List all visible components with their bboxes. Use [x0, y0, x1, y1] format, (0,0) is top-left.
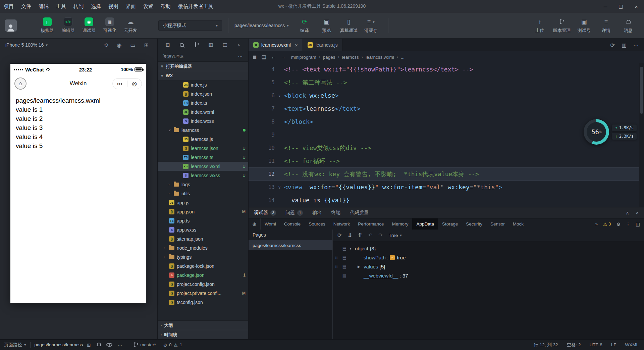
devtools-tab[interactable]: Security — [462, 218, 486, 230]
devtools-tab[interactable]: Sensor — [486, 218, 509, 230]
mode-select[interactable]: 小程序模式 ▾ — [158, 20, 222, 31]
outline-icon[interactable]: ▤ — [223, 42, 227, 48]
tree-mode-select[interactable]: Tree ▾ — [389, 233, 402, 238]
menu-item[interactable]: 文件 — [17, 3, 35, 10]
code-line[interactable]: 12<!-- 没有wx: key 会有警告, 不影响; *this代表value… — [249, 167, 644, 181]
copy-icon[interactable]: ⊞ — [87, 342, 91, 348]
file-tree-item[interactable]: {}learncss.jsonU — [158, 144, 248, 153]
editor-tab[interactable]: JSlearncss.js — [303, 39, 343, 51]
expand-all-icon[interactable]: ⇊ — [348, 232, 352, 238]
file-tree-item[interactable]: <>learncss.wxmlU — [158, 162, 248, 171]
explorer-section[interactable]: ›大纲 — [158, 320, 248, 330]
file-tree-item[interactable]: Sapp.wxss — [158, 225, 248, 234]
file-tree-item[interactable]: Sindex.wxss — [158, 116, 248, 126]
code-line[interactable]: 4<!-- <text wx:if="{{!showPath}}">learnc… — [249, 63, 644, 76]
devtools-tab[interactable]: Storage — [438, 218, 462, 230]
editor-scrollbar[interactable] — [639, 63, 644, 207]
devtools-tab[interactable]: Memory — [388, 218, 413, 230]
more-icon[interactable]: ⋯ — [238, 54, 243, 59]
file-tree-item[interactable]: ›node_modules — [158, 243, 248, 252]
search-icon[interactable] — [179, 43, 184, 48]
statusbar-item[interactable]: 空格: 2 — [567, 342, 581, 348]
source-control-icon[interactable] — [194, 42, 199, 48]
code-line[interactable]: 5<!-- 第二种写法 --> — [249, 76, 644, 89]
statusbar-item[interactable]: 行 12, 列 32 — [534, 342, 558, 348]
record-icon[interactable]: ◉ — [117, 42, 122, 48]
explorer-section[interactable]: ›时间线 — [158, 330, 248, 339]
panel-tab[interactable]: 终端 — [331, 210, 340, 216]
forward-icon[interactable]: → — [281, 54, 286, 60]
overfl ow-icon[interactable]: » — [595, 221, 598, 227]
fold-icon[interactable]: ∨ — [275, 93, 284, 98]
panel-icon[interactable]: ◫ — [636, 221, 640, 227]
menu-item[interactable]: 视图 — [105, 3, 122, 10]
code-line[interactable]: 14 value is {{val}} — [249, 194, 644, 207]
statusbar-item[interactable]: LF — [611, 342, 616, 347]
file-tree-item[interactable]: <>index.wxml — [158, 107, 248, 116]
appdata-row[interactable]: ▤__webviewId__ : 37 — [333, 271, 644, 280]
file-tree-item[interactable]: ∨learncss — [158, 126, 248, 135]
fold-icon[interactable]: ∨ — [275, 185, 284, 190]
maximize-button[interactable]: ▢ — [613, 0, 629, 13]
code-editor[interactable]: 4<!-- <text wx:if="{{!showPath}}">learnc… — [249, 63, 644, 207]
minimize-button[interactable]: ─ — [598, 0, 613, 13]
devtools-tab[interactable]: Sources — [305, 218, 329, 230]
toolbar-button[interactable]: ◉调试器 — [78, 17, 99, 34]
breadcrumb-item[interactable]: miniprogram — [291, 55, 316, 60]
appdata-row[interactable]: ⠿▤▶values [5] — [333, 262, 644, 271]
file-tree-item[interactable]: TSapp.ts — [158, 216, 248, 225]
avatar[interactable] — [5, 19, 17, 32]
bell-icon[interactable] — [96, 343, 101, 347]
file-tree-item[interactable]: JSindex.js — [158, 80, 248, 89]
collapse-icon[interactable]: ∧ — [626, 210, 629, 215]
file-tree-item[interactable]: TSindex.ts — [158, 98, 248, 107]
inspect-icon[interactable]: ⊕ — [249, 218, 261, 230]
file-tree-item[interactable]: Slearncss.wxssU — [158, 171, 248, 180]
toolbar-button[interactable]: ≡▾清缓存 — [360, 17, 382, 34]
file-tree-item[interactable]: TSlearncss.tsU — [158, 153, 248, 162]
file-tree-item[interactable]: {}project.config.json — [158, 280, 248, 289]
rotate-icon[interactable]: ⟲ — [104, 42, 108, 48]
toolbar-button[interactable]: 版本管理 — [551, 17, 573, 34]
git-branch-indicator[interactable]: master* — [133, 342, 156, 348]
pages-list-item[interactable]: pages/learncss/learncss — [249, 240, 332, 250]
devtools-tab[interactable]: Mock — [509, 218, 528, 230]
toolbar-button[interactable]: </>编辑器 — [58, 17, 78, 34]
toolbar-button[interactable]: ▯模拟器 — [37, 17, 58, 34]
panel-tab[interactable]: 调试器3 — [254, 210, 276, 216]
menu-item[interactable]: 工具 — [52, 3, 70, 10]
settings-icon[interactable]: ⚙ — [616, 221, 621, 227]
file-tree-item[interactable]: {}tsconfig.json — [158, 298, 248, 307]
devtools-tab[interactable]: Console — [280, 218, 305, 230]
list-icon[interactable]: ≣ — [253, 54, 257, 60]
toolbar-button[interactable]: ↑上传 — [529, 17, 551, 34]
sync-icon[interactable]: ⟳ — [610, 42, 614, 48]
file-tree-item[interactable]: {}package-lock.json — [158, 261, 248, 270]
file-tree-item[interactable]: {}app.jsonM — [158, 207, 248, 216]
menu-item[interactable]: 转到 — [70, 3, 87, 10]
file-tree-item[interactable]: npackage.json1 — [158, 270, 248, 280]
menu-item[interactable]: 项目 — [0, 3, 17, 10]
appdata-row[interactable]: ▤▼object {3} — [333, 244, 644, 253]
file-tree-item[interactable]: JSlearncss.js — [158, 135, 248, 144]
file-tree-item[interactable]: {}project.private.confi...M — [158, 289, 248, 298]
toolbar-button[interactable]: 消息 — [617, 17, 639, 34]
breadcrumb-item[interactable]: learncss — [342, 55, 359, 60]
expand-arrow-icon[interactable]: ▼ — [349, 247, 355, 250]
code-line[interactable]: 7<text>learncss</text> — [249, 102, 644, 115]
device-selector[interactable]: iPhone 5 100% 16 ▾ — [5, 42, 48, 48]
refresh-icon[interactable]: ⟳ — [337, 232, 342, 238]
statusbar-item[interactable]: WXML — [625, 342, 639, 347]
page-select[interactable]: pages/learncss/learncss ▾ — [234, 23, 289, 28]
code-line[interactable]: 11<!-- for循环 --> — [249, 154, 644, 167]
problems-indicator[interactable]: ⊘ 0 ⚠ 1 — [163, 342, 182, 348]
checkbox-checked[interactable]: ✓ — [390, 255, 395, 260]
file-tree-item[interactable]: JSapp.js — [158, 198, 248, 207]
file-tree-item[interactable]: ›logs — [158, 180, 248, 189]
appdata-row[interactable]: ⠿▤showPath : ✓true — [333, 253, 644, 262]
current-page-path[interactable]: pages/learncss/learncss — [35, 342, 83, 347]
more-icon[interactable]: ⋯ — [633, 42, 639, 48]
file-tree-item[interactable]: ›utils — [158, 189, 248, 198]
close-button[interactable]: × — [629, 0, 644, 13]
warning-indicator[interactable]: ⚠3 — [603, 221, 611, 227]
